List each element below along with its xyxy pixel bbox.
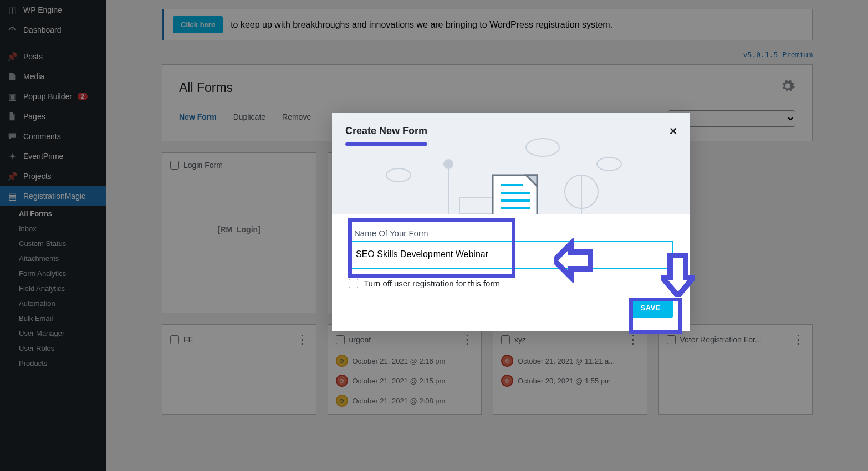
save-button[interactable]: SAVE	[629, 298, 673, 318]
svg-point-2	[597, 157, 621, 171]
turn-off-registration-row[interactable]: Turn off user registration for this form	[349, 279, 673, 288]
close-icon[interactable]: ✕	[669, 125, 677, 137]
create-form-modal: Create New Form ✕	[332, 113, 690, 331]
checkbox-label: Turn off user registration for this form	[364, 279, 500, 288]
modal-underline	[345, 142, 427, 146]
svg-rect-8	[493, 175, 537, 214]
form-name-input[interactable]: SEO Skills Development Webinar	[349, 241, 673, 269]
svg-marker-9	[526, 175, 537, 186]
input-text-b: ment Webinar	[433, 249, 488, 259]
modal-title: Create New Form	[345, 125, 676, 137]
modal-header: Create New Form ✕	[332, 113, 690, 214]
turn-off-registration-checkbox[interactable]	[349, 279, 358, 288]
svg-point-6	[444, 160, 453, 168]
form-name-label: Name Of Your Form	[349, 225, 673, 241]
svg-rect-7	[459, 197, 493, 214]
input-text-a: SEO Skills Develop	[356, 249, 433, 259]
modal-body: Name Of Your Form SEO Skills Development…	[332, 214, 690, 331]
svg-point-1	[526, 139, 559, 156]
svg-point-0	[386, 168, 411, 182]
svg-point-3	[565, 175, 598, 208]
modal-illustration	[332, 125, 690, 214]
